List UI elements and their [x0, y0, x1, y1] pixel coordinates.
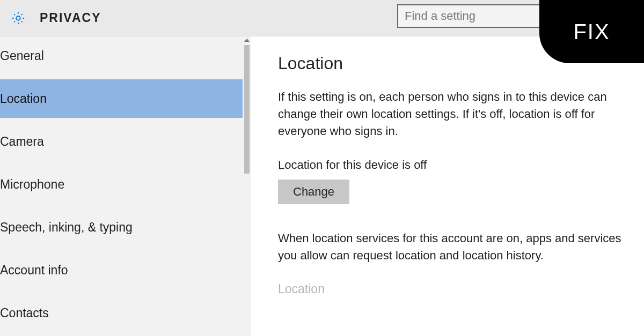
sidebar-item-label: Contacts: [0, 306, 49, 320]
sidebar-item-speech-inking-typing[interactable]: Speech, inking, & typing: [0, 208, 251, 247]
location-description: If this setting is on, each person who s…: [278, 88, 632, 140]
page-title: PRIVACY: [40, 11, 101, 25]
sidebar-item-general[interactable]: General: [0, 36, 251, 75]
sidebar-scrollbar[interactable]: [243, 36, 251, 336]
sidebar-item-location[interactable]: Location: [0, 79, 251, 118]
sidebar-item-contacts[interactable]: Contacts: [0, 294, 251, 332]
sidebar-item-label: General: [0, 49, 44, 63]
svg-point-0: [16, 16, 20, 20]
sidebar-item-label: Speech, inking, & typing: [0, 220, 133, 235]
content-pane: Location If this setting is on, each per…: [251, 36, 644, 336]
sidebar-item-label: Microphone: [0, 177, 64, 192]
scroll-thumb[interactable]: [244, 45, 250, 174]
sidebar-item-label: Location: [0, 92, 47, 106]
sidebar-item-camera[interactable]: Camera: [0, 122, 251, 161]
sidebar-item-label: Account info: [0, 263, 68, 278]
search-container: [397, 4, 542, 28]
gear-icon: [11, 11, 26, 26]
fix-badge: FIX: [539, 0, 644, 63]
location-toggle-label-disabled: Location: [278, 282, 638, 296]
sidebar-item-microphone[interactable]: Microphone: [0, 165, 251, 204]
scroll-up-icon: [244, 39, 250, 42]
change-button[interactable]: Change: [278, 180, 349, 204]
sidebar: General Location Camera Microphone Speec…: [0, 36, 251, 336]
location-description-2: When location services for this account …: [278, 230, 632, 264]
search-input[interactable]: [397, 4, 542, 28]
location-status: Location for this device is off: [278, 158, 638, 172]
body-layout: General Location Camera Microphone Speec…: [0, 36, 644, 336]
sidebar-item-label: Camera: [0, 135, 44, 149]
sidebar-item-account-info[interactable]: Account info: [0, 251, 251, 289]
